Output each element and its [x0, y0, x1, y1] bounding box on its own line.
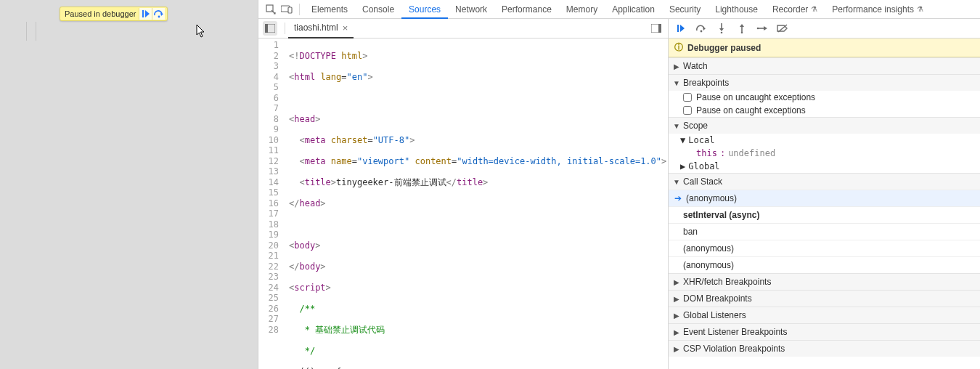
- pause-uncaught-checkbox[interactable]: [683, 93, 692, 102]
- svg-point-3: [158, 16, 160, 18]
- tab-lighthouse[interactable]: Lighthouse: [708, 0, 765, 19]
- chevron-right-icon: ▶: [673, 62, 680, 70]
- xhr-breakpoints-header[interactable]: ▶XHR/fetch Breakpoints: [669, 273, 980, 290]
- chevron-down-icon: ▼: [680, 135, 685, 145]
- page-scroll-hint: [36, 22, 36, 41]
- step-into-button[interactable]: [714, 21, 730, 36]
- tab-network[interactable]: Network: [448, 0, 494, 19]
- source-editor[interactable]: 1234567891011121314151617181920212223242…: [258, 38, 669, 369]
- scope-section-header[interactable]: ▼ Scope: [669, 117, 980, 134]
- devtools-panel: Elements Console Sources Network Perform…: [258, 0, 980, 369]
- stack-frame[interactable]: (anonymous): [669, 240, 980, 256]
- line-gutter[interactable]: 1234567891011121314151617181920212223242…: [258, 38, 285, 369]
- svg-point-17: [721, 32, 723, 33]
- chevron-right-icon: ▶: [680, 161, 685, 171]
- global-listeners-header[interactable]: ▶Global Listeners: [669, 307, 980, 323]
- callstack-section-header[interactable]: ▼ Call Stack: [669, 173, 980, 190]
- pause-caught-checkbox[interactable]: [683, 106, 692, 115]
- chevron-down-icon: ▼: [673, 79, 680, 87]
- svg-point-20: [741, 32, 743, 33]
- device-toolbar-icon[interactable]: [279, 5, 295, 14]
- paused-overlay: Paused in debugger: [60, 7, 168, 21]
- page-viewport: Paused in debugger: [0, 0, 258, 369]
- step-over-button[interactable]: [693, 21, 709, 36]
- breakpoints-section-header[interactable]: ▼ Breakpoints: [669, 74, 980, 91]
- step-over-icon-button[interactable]: [152, 8, 165, 20]
- source-file-name: tiaoshi.html: [294, 23, 338, 33]
- debugger-paused-label: Debugger paused: [687, 43, 761, 53]
- step-button[interactable]: [754, 21, 770, 36]
- scope-global[interactable]: ▶ Global: [669, 160, 980, 173]
- svg-marker-12: [680, 25, 685, 32]
- stack-frame[interactable]: ban: [669, 223, 980, 240]
- scope-this[interactable]: this: undefined: [669, 147, 980, 160]
- debugger-paused-banner: ⓘ Debugger paused: [669, 38, 980, 57]
- event-listener-bp-header[interactable]: ▶Event Listener Breakpoints: [669, 323, 980, 340]
- page-scroll-hint: [26, 22, 27, 41]
- svg-rect-11: [677, 25, 679, 32]
- svg-marker-19: [740, 24, 744, 27]
- svg-marker-22: [764, 26, 767, 31]
- svg-rect-6: [288, 7, 292, 13]
- tab-recorder[interactable]: Recorder⚗: [765, 0, 825, 19]
- show-navigator-icon[interactable]: [263, 21, 277, 36]
- svg-rect-7: [265, 24, 268, 33]
- show-debugger-sidebar-icon[interactable]: [649, 21, 663, 36]
- stack-frame-async[interactable]: setInterval (async): [669, 206, 980, 223]
- deactivate-breakpoints-button[interactable]: [775, 21, 791, 36]
- tab-elements[interactable]: Elements: [304, 0, 355, 19]
- dom-breakpoints-header[interactable]: ▶DOM Breakpoints: [669, 290, 980, 307]
- resume-icon-button[interactable]: [139, 8, 152, 20]
- csp-violation-bp-header[interactable]: ▶CSP Violation Breakpoints: [669, 340, 980, 357]
- svg-point-23: [757, 28, 759, 30]
- source-file-tab[interactable]: tiaoshi.html ×: [288, 19, 354, 38]
- close-icon[interactable]: ×: [343, 23, 348, 33]
- stack-frame[interactable]: (anonymous): [669, 256, 980, 273]
- svg-rect-0: [142, 10, 144, 17]
- paused-overlay-text: Paused in debugger: [65, 9, 139, 18]
- tab-security[interactable]: Security: [662, 0, 708, 19]
- chevron-down-icon: ▼: [673, 178, 680, 186]
- svg-marker-2: [160, 13, 163, 16]
- pause-caught-row[interactable]: Pause on caught exceptions: [669, 104, 980, 117]
- svg-marker-1: [145, 10, 150, 17]
- tab-console[interactable]: Console: [355, 0, 401, 19]
- svg-rect-9: [658, 24, 661, 33]
- tab-performance[interactable]: Performance: [494, 0, 559, 19]
- sources-filebar: tiaoshi.html ×: [258, 19, 669, 38]
- flask-icon: ⚗: [917, 5, 923, 13]
- step-out-button[interactable]: [734, 21, 750, 36]
- element-picker-icon[interactable]: [263, 4, 279, 15]
- svg-marker-16: [719, 28, 724, 31]
- flask-icon: ⚗: [811, 5, 817, 13]
- tab-performance-insights[interactable]: Performance insights⚗: [825, 0, 931, 19]
- tab-memory[interactable]: Memory: [559, 0, 605, 19]
- debugger-sidebar: ⓘ Debugger paused ▶ Watch ▼ Breakpoints …: [669, 38, 980, 369]
- info-icon: ⓘ: [674, 41, 683, 54]
- watch-section-header[interactable]: ▶ Watch: [669, 57, 980, 74]
- scope-local[interactable]: ▼ Local: [669, 134, 980, 147]
- debugger-toolbar: [669, 19, 980, 38]
- pause-uncaught-row[interactable]: Pause on uncaught exceptions: [669, 91, 980, 104]
- current-frame-icon: ➔: [674, 193, 682, 203]
- source-code[interactable]: <!DOCTYPE html> <html lang="en"> <head> …: [285, 38, 668, 369]
- stack-frame-current[interactable]: ➔ (anonymous): [669, 190, 980, 206]
- svg-point-14: [701, 31, 703, 33]
- devtools-tabbar: Elements Console Sources Network Perform…: [258, 0, 980, 19]
- tab-sources[interactable]: Sources: [401, 0, 448, 19]
- tab-application[interactable]: Application: [605, 0, 662, 19]
- resume-button[interactable]: [673, 21, 689, 36]
- chevron-down-icon: ▼: [673, 122, 680, 130]
